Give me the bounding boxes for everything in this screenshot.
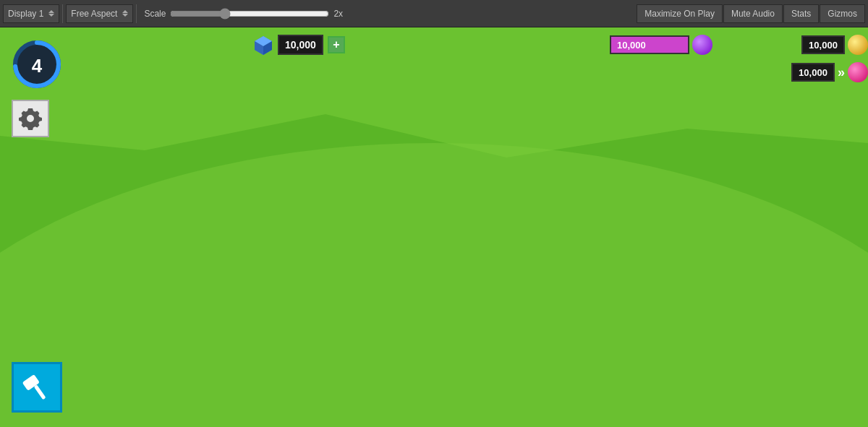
toolbar-divider-1	[62, 4, 63, 23]
build-button[interactable]	[12, 362, 62, 413]
game-viewport: 4 10,000 + 10,000 10,000 10,000	[0, 27, 868, 427]
block-add-button[interactable]: +	[328, 36, 345, 53]
svg-rect-7	[34, 384, 46, 400]
gear-icon	[19, 107, 42, 130]
block-resource-panel: 10,000 +	[253, 35, 345, 55]
level-circle-svg: 4	[12, 39, 62, 90]
block-resource-value: 10,000	[278, 35, 323, 55]
block-icon	[253, 35, 273, 55]
toolbar-divider-2	[136, 4, 137, 23]
expand-arrow-icon[interactable]: »	[838, 66, 845, 79]
scale-section: Scale 2x	[144, 8, 631, 20]
pink-resource-panel: 10,000 »	[791, 62, 868, 82]
purple-gem-icon	[692, 35, 712, 55]
hammer-icon	[22, 372, 52, 402]
aspect-dropdown[interactable]: Free Aspect	[66, 4, 133, 23]
aspect-label: Free Aspect	[71, 9, 117, 19]
purple-resource-panel: 10,000	[610, 35, 712, 55]
pink-resource-value: 10,000	[791, 63, 835, 82]
terrain-svg	[0, 27, 868, 427]
gold-gem-icon	[848, 35, 868, 55]
game-toolbar: Display 1 Free Aspect Scale 2x Maximize …	[0, 0, 868, 27]
gold-resource-panel: 10,000	[801, 35, 868, 55]
scale-slider[interactable]	[170, 8, 329, 20]
gold-resource-value: 10,000	[801, 35, 845, 54]
stats-button[interactable]: Stats	[783, 4, 819, 23]
pink-gem-icon	[848, 62, 868, 82]
scale-value: 2x	[333, 9, 348, 19]
gizmos-button[interactable]: Gizmos	[820, 4, 865, 23]
purple-gem-bar: 10,000	[610, 35, 689, 54]
purple-resource-value: 10,000	[617, 40, 646, 51]
mute-audio-button[interactable]: Mute Audio	[723, 4, 783, 23]
right-buttons: Maximize On Play Mute Audio Stats Gizmos	[637, 4, 865, 23]
display-dropdown[interactable]: Display 1	[3, 4, 59, 23]
aspect-arrow-icon	[122, 10, 128, 17]
level-indicator: 4	[12, 39, 62, 90]
game-background	[0, 27, 868, 427]
display-arrow-icon	[48, 10, 54, 17]
scale-label: Scale	[144, 9, 166, 19]
maximize-on-play-button[interactable]: Maximize On Play	[637, 4, 723, 23]
settings-button[interactable]	[12, 100, 49, 137]
level-number: 4	[32, 55, 43, 77]
display-label: Display 1	[8, 9, 43, 19]
